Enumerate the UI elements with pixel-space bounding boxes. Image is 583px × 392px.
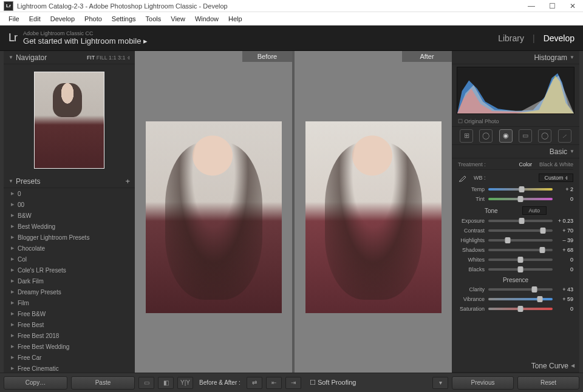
preset-item[interactable]: ▶Dark Film	[4, 275, 135, 286]
toolbar-menu-button[interactable]: ▾	[432, 377, 448, 389]
auto-tone-button[interactable]: Auto	[522, 206, 547, 215]
slider-knob[interactable]	[518, 266, 523, 272]
preset-item[interactable]: ▶B&W	[4, 210, 135, 221]
slider-vibrance[interactable]: Vibrance+ 59	[458, 294, 573, 304]
original-photo-checkbox[interactable]: Original Photo	[452, 117, 579, 127]
slider-knob[interactable]	[532, 286, 537, 292]
histogram-header[interactable]: Histogram ▼	[452, 51, 579, 64]
slider-contrast[interactable]: Contrast+ 70	[458, 226, 573, 235]
preset-item[interactable]: ▶Free Best	[4, 319, 135, 330]
preset-item[interactable]: ▶Col	[4, 254, 135, 265]
menu-photo[interactable]: Photo	[80, 13, 107, 24]
spot-tool[interactable]: ◯	[479, 129, 493, 143]
split-view-button[interactable]: Y|Y	[177, 377, 193, 389]
slider-tint[interactable]: Tint0	[458, 194, 573, 204]
nav-mode-fit[interactable]: FIT	[87, 55, 95, 61]
slider-track[interactable]	[488, 298, 553, 300]
slider-track[interactable]	[488, 239, 553, 242]
slider-track[interactable]	[488, 249, 553, 251]
copy-after-button[interactable]: ⇥	[285, 377, 301, 389]
preset-item[interactable]: ▶Best Wedding	[4, 221, 135, 232]
redeye-tool[interactable]: ◉	[499, 129, 513, 143]
treatment-bw[interactable]: Black & White	[539, 161, 573, 167]
slider-knob[interactable]	[540, 228, 546, 234]
slider-knob[interactable]	[505, 237, 510, 243]
slider-track[interactable]	[488, 288, 553, 291]
slider-exposure[interactable]: Exposure+ 0.23	[458, 216, 573, 226]
slider-clarity[interactable]: Clarity+ 43	[458, 285, 573, 294]
copy-before-button[interactable]: ⇤	[266, 377, 282, 389]
radial-tool[interactable]: ◯	[538, 129, 551, 143]
preset-item[interactable]: ▶Free Cinematic	[4, 363, 135, 373]
slider-knob[interactable]	[518, 306, 523, 312]
get-started-link[interactable]: Get started with Lightroom mobile ▸	[23, 36, 148, 46]
preset-item[interactable]: ▶Cole's LR Presets	[4, 265, 135, 275]
close-button[interactable]: ✕	[562, 0, 583, 12]
preset-item[interactable]: ▶Free Car	[4, 352, 135, 363]
slider-knob[interactable]	[540, 247, 545, 253]
menu-help[interactable]: Help	[223, 13, 247, 24]
slider-track[interactable]	[488, 308, 553, 310]
menu-settings[interactable]: Settings	[107, 13, 141, 24]
slider-temp[interactable]: Temp+ 2	[458, 184, 573, 194]
chevron-icon[interactable]: ⨞	[127, 55, 130, 61]
maximize-button[interactable]: ☐	[542, 0, 562, 12]
preset-item[interactable]: ▶Film	[4, 297, 135, 308]
after-photo[interactable]	[305, 121, 442, 313]
slider-blacks[interactable]: Blacks0	[458, 265, 573, 274]
swap-button[interactable]: ⇄	[247, 377, 262, 389]
nav-mode-3-1[interactable]: 3:1	[118, 55, 126, 61]
histogram-chart[interactable]	[457, 67, 574, 114]
wb-dropdown[interactable]: Custom ⨞	[539, 174, 573, 182]
slider-knob[interactable]	[518, 196, 523, 202]
preset-item[interactable]: ▶Free Best Wedding	[4, 341, 135, 352]
menu-develop[interactable]: Develop	[46, 13, 80, 24]
navigator-header[interactable]: ▼ Navigator FIT FILL 1:1 3:1 ⨞	[4, 51, 135, 64]
slider-knob[interactable]	[519, 186, 525, 192]
slider-saturation[interactable]: Saturation0	[458, 304, 573, 314]
before-photo[interactable]	[146, 121, 282, 313]
preset-item[interactable]: ▶00	[4, 199, 135, 210]
slider-highlights[interactable]: Highlights– 39	[458, 235, 573, 245]
reset-button[interactable]: Reset	[517, 376, 579, 390]
menu-edit[interactable]: Edit	[24, 13, 46, 24]
slider-knob[interactable]	[519, 218, 525, 224]
slider-shadows[interactable]: Shadows+ 68	[458, 245, 573, 255]
preset-item[interactable]: ▶Dreamy Presets	[4, 286, 135, 297]
copy-button[interactable]: Copy…	[4, 376, 67, 390]
soft-proofing-checkbox[interactable]: Soft Proofing	[310, 379, 356, 387]
brush-tool[interactable]: ⟋	[558, 129, 571, 143]
slider-track[interactable]	[488, 229, 553, 232]
preset-item[interactable]: ▶Free Best 2018	[4, 330, 135, 341]
slider-track[interactable]	[488, 198, 553, 200]
preset-item[interactable]: ▶Free B&W	[4, 308, 135, 319]
slider-knob[interactable]	[518, 257, 523, 263]
previous-button[interactable]: Previous	[452, 376, 514, 390]
nav-mode-fill[interactable]: FILL	[97, 55, 107, 61]
menu-window[interactable]: Window	[190, 13, 223, 24]
nav-mode-1-1[interactable]: 1:1	[109, 55, 117, 61]
slider-whites[interactable]: Whites0	[458, 255, 573, 265]
menu-file[interactable]: File	[4, 13, 24, 24]
add-preset-button[interactable]: +	[125, 177, 130, 186]
menu-tools[interactable]: Tools	[141, 13, 166, 24]
slider-knob[interactable]	[537, 296, 542, 302]
preset-item[interactable]: ▶Blogger Lightroom Presets	[4, 232, 135, 243]
minimize-button[interactable]: —	[521, 0, 542, 12]
slider-track[interactable]	[488, 268, 553, 271]
paste-button[interactable]: Paste	[71, 376, 135, 390]
compare-view-button[interactable]: ◧	[158, 377, 174, 389]
slider-track[interactable]	[488, 259, 553, 261]
module-tab-develop[interactable]: Develop	[544, 33, 574, 43]
menu-view[interactable]: View	[166, 13, 190, 24]
grad-tool[interactable]: ▭	[519, 129, 532, 143]
tone-curve-header[interactable]: Tone Curve ◀	[452, 359, 579, 373]
module-tab-library[interactable]: Library	[498, 33, 524, 43]
preset-item[interactable]: ▶0	[4, 188, 135, 199]
treatment-color[interactable]: Color	[519, 161, 532, 167]
basic-header[interactable]: Basic ▼	[452, 145, 579, 158]
loupe-view-button[interactable]: ▭	[138, 377, 154, 389]
slider-track[interactable]	[488, 220, 553, 222]
navigator-thumbnail[interactable]	[4, 64, 135, 175]
crop-tool[interactable]: ⊞	[460, 129, 473, 143]
